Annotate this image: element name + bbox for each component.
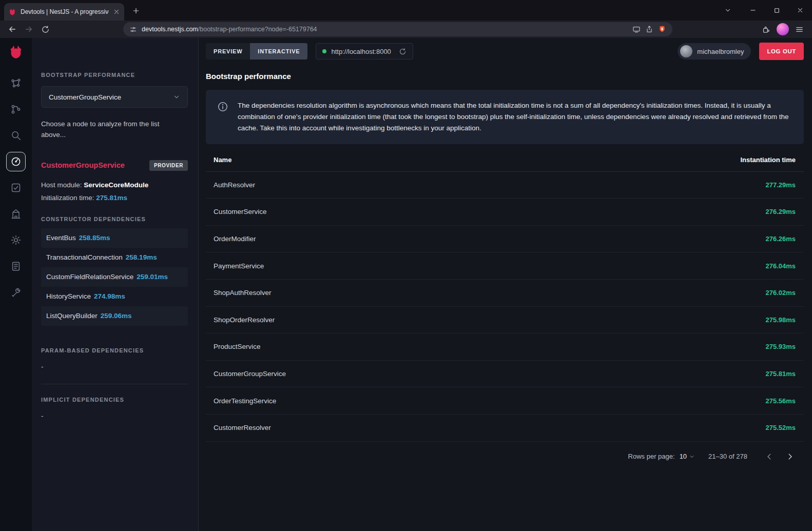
icon-rail [0, 38, 32, 531]
back-button[interactable] [5, 22, 20, 36]
nestjs-favicon [8, 8, 16, 16]
tab-capture-icon[interactable] [632, 25, 641, 33]
forward-button[interactable] [22, 22, 36, 36]
site-settings-icon[interactable] [129, 26, 137, 33]
dependency-name: TransactionalConnection [46, 253, 123, 261]
new-tab-button[interactable] [128, 3, 144, 18]
table-row[interactable]: OrderModifier 276.26ms [206, 226, 804, 253]
brave-shields-icon[interactable] [658, 25, 666, 33]
tab-search-icon[interactable] [718, 0, 738, 21]
table-row[interactable]: ShopOrderResolver 275.98ms [206, 307, 804, 334]
logout-button[interactable]: LOG OUT [759, 43, 804, 60]
rows-per-page: Rows per page: 10 [628, 453, 695, 460]
header-right-group: michaelbromley LOG OUT [678, 43, 804, 60]
row-time: 275.93ms [765, 343, 796, 350]
init-time-value: 275.81ms [96, 194, 127, 202]
app-url-input[interactable]: http://localhost:8000 [316, 43, 413, 60]
dependency-item[interactable]: HistoryService 274.98ms [41, 287, 188, 306]
chevron-down-icon [689, 454, 695, 460]
address-bar[interactable]: devtools.nestjs.com/bootstrap-performanc… [123, 22, 672, 36]
nav-modules-icon[interactable] [6, 204, 26, 224]
tab-close-icon[interactable] [113, 8, 120, 15]
preview-mode-button[interactable]: PREVIEW [206, 43, 250, 60]
node-select-value: CustomerGroupService [49, 93, 121, 101]
browser-tab[interactable]: Devtools | NestJS - A progressive [4, 3, 124, 21]
table-row[interactable]: PaymentService 276.04ms [206, 252, 804, 280]
dependency-time: 259.01ms [137, 273, 168, 281]
dependency-time: 258.85ms [79, 234, 110, 242]
window-controls [718, 0, 812, 21]
table-row[interactable]: ShopAuthResolver 276.02ms [206, 280, 804, 307]
app-url-reload-icon[interactable] [399, 48, 407, 55]
reload-button[interactable] [38, 22, 52, 36]
nav-inspect-icon[interactable] [6, 126, 26, 145]
table-row[interactable]: CustomerResolver 275.52ms [206, 415, 804, 442]
sidebar-title: BOOTSTRAP PERFORMANCE [41, 72, 188, 78]
constructor-deps-list: EventBus 258.85ms TransactionalConnectio… [41, 228, 188, 326]
dependency-name: CustomFieldRelationService [46, 273, 133, 281]
info-icon [217, 101, 228, 134]
rows-per-page-value: 10 [680, 453, 687, 460]
close-window-button[interactable] [788, 0, 812, 21]
dependency-item[interactable]: TransactionalConnection 258.19ms [41, 248, 188, 267]
host-module-label: Host module: [41, 181, 82, 189]
init-time-row: Initialization time: 275.81ms [41, 194, 188, 202]
share-icon[interactable] [645, 25, 653, 33]
selected-node-header: CustomerGroupService PROVIDER [41, 160, 188, 171]
user-chip[interactable]: michaelbromley [678, 43, 751, 60]
dependency-name: HistoryService [46, 292, 91, 300]
pagination-controls [761, 448, 799, 465]
rail-nav [6, 73, 26, 302]
rows-per-page-select[interactable]: 10 [680, 453, 695, 460]
menu-icon[interactable] [795, 25, 804, 34]
table-header: Name Instantiation time [206, 148, 804, 172]
dependency-item[interactable]: ListQueryBuilder 259.06ms [41, 306, 188, 326]
row-time: 277.29ms [765, 181, 796, 189]
user-avatar [680, 45, 692, 57]
tab-title: Devtools | NestJS - A progressive [21, 8, 109, 15]
table-row[interactable]: CustomerService 276.29ms [206, 199, 804, 226]
dependency-item[interactable]: CustomFieldRelationService 259.01ms [41, 267, 188, 287]
table-row[interactable]: CustomerGroupService 275.81ms [206, 361, 804, 388]
chevron-down-icon [173, 93, 180, 101]
dependency-name: EventBus [46, 234, 76, 242]
nav-settings-icon[interactable] [6, 230, 26, 250]
table-row[interactable]: ProductService 275.93ms [206, 333, 804, 361]
nav-routes-icon[interactable] [6, 100, 26, 119]
nav-sandbox-icon[interactable] [6, 283, 26, 302]
column-name: Name [214, 156, 231, 164]
extensions-icon[interactable] [762, 25, 770, 34]
row-name: CustomerResolver [214, 424, 271, 431]
dependency-item[interactable]: EventBus 258.85ms [41, 228, 188, 248]
dependency-name: ListQueryBuilder [46, 312, 98, 320]
nav-logs-icon[interactable] [6, 257, 26, 276]
row-name: OrderTestingService [214, 397, 276, 405]
nav-performance-icon[interactable] [6, 152, 26, 171]
nestjs-logo [8, 44, 24, 60]
main-panel: PREVIEW INTERACTIVE http://localhost:800… [199, 38, 812, 531]
next-page-button[interactable] [781, 448, 799, 465]
app-header: PREVIEW INTERACTIVE http://localhost:800… [199, 38, 812, 65]
table-row[interactable]: AuthResolver 277.29ms [206, 172, 804, 199]
minimize-button[interactable] [741, 0, 765, 21]
browser-tab-strip: Devtools | NestJS - A progressive [0, 0, 812, 21]
interactive-mode-button[interactable]: INTERACTIVE [250, 43, 307, 60]
node-select[interactable]: CustomerGroupService [41, 86, 188, 108]
row-time: 276.26ms [765, 235, 796, 243]
maximize-button[interactable] [765, 0, 788, 21]
row-name: ShopAuthResolver [214, 289, 272, 297]
url-host: devtools.nestjs.com [142, 26, 198, 33]
browser-profile-avatar[interactable] [777, 23, 789, 35]
init-time-label: Initialization time: [41, 194, 94, 202]
app-url-value: http://localhost:8000 [331, 48, 391, 55]
param-deps-title: PARAM-BASED DEPENDENCIES [41, 347, 188, 353]
nav-graph-icon[interactable] [6, 73, 26, 93]
row-name: PaymentService [214, 262, 264, 270]
row-time: 276.04ms [765, 262, 796, 270]
info-text: The dependencies resolution algorithm is… [238, 100, 792, 134]
previous-page-button[interactable] [761, 448, 778, 465]
provider-badge: PROVIDER [149, 160, 188, 171]
nav-audit-icon[interactable] [6, 178, 26, 198]
table-row[interactable]: OrderTestingService 275.56ms [206, 387, 804, 415]
row-name: ShopOrderResolver [214, 316, 275, 324]
